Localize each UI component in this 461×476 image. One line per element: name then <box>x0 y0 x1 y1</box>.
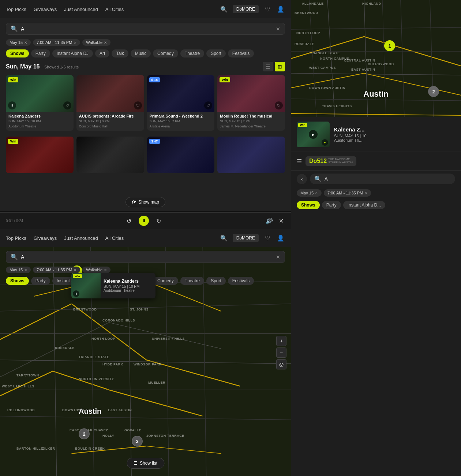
audio-bar: 0:01 / 0:24 ↺ ⏸ ↻ 🔊 ✕ <box>0 212 291 229</box>
right-top-map[interactable]: ALLANDALE HIGHLAND BRENTWOOD NORTH LOOP … <box>291 0 461 117</box>
pill2-shows[interactable]: Shows <box>6 277 29 285</box>
close-audio-button[interactable]: ✕ <box>277 216 285 226</box>
search2-icon[interactable]: 🔍 <box>220 234 228 242</box>
filter-tag-date[interactable]: May 15 ✕ <box>6 39 31 46</box>
do512-tag-time[interactable]: 7:00 AM - 11:35 PM ✕ <box>324 189 371 197</box>
right-marker-2[interactable]: 2 <box>428 86 439 97</box>
heart-icon-moulin[interactable]: ♡ <box>275 101 283 109</box>
right-play-overlay[interactable]: ▶ <box>297 122 330 147</box>
filter-tag-date-remove[interactable]: ✕ <box>24 41 27 45</box>
zoom-in-button[interactable]: + <box>276 336 286 346</box>
right-panel: ALLANDALE HIGHLAND BRENTWOOD NORTH LOOP … <box>291 0 461 476</box>
show-list-button[interactable]: ☰ Show list <box>127 458 164 469</box>
zoom-out-button[interactable]: − <box>276 347 286 358</box>
nav-giveaways[interactable]: Giveaways <box>34 7 57 12</box>
pill2-sport[interactable]: Sport <box>206 277 226 285</box>
search-icon[interactable]: 🔍 <box>220 5 228 14</box>
do512-date-remove[interactable]: ✕ <box>315 191 318 195</box>
search-clear-button[interactable]: ✕ <box>276 26 280 32</box>
heart-icon-arcade[interactable]: ♡ <box>134 101 142 109</box>
pill-art[interactable]: Art <box>95 49 109 57</box>
pill2-party[interactable]: Party <box>31 277 50 285</box>
event-card-primara[interactable]: $ 18 ♡ Primara Sound - Weekend 2 SUN, MA… <box>147 75 215 131</box>
heart-icon-kaleena[interactable]: ♡ <box>63 101 71 109</box>
pill2-theatre[interactable]: Theatre <box>180 277 204 285</box>
filter-tag-time-remove[interactable]: ✕ <box>74 41 76 45</box>
nav2-giveaways[interactable]: Giveaways <box>34 235 57 241</box>
pause-icon-kaleena[interactable]: ⏸ <box>8 101 16 109</box>
pill-talk[interactable]: Talk <box>112 49 128 57</box>
filter-tag-time[interactable]: 7:00 AM - 11:35 PM ✕ <box>33 39 80 46</box>
map-icon: 🗺 <box>132 200 136 205</box>
pill2-comedy[interactable]: Comedy <box>153 277 178 285</box>
domore-button[interactable]: DoMORE <box>233 5 259 13</box>
pill-instant-alpha-dj[interactable]: Instant Alpha DJ <box>52 49 93 57</box>
right-marker-1[interactable]: 1 <box>384 40 395 51</box>
event-card-arcade[interactable]: ♡ AUDIS presents: Arcade Fire SUN, MAY 1… <box>76 75 144 131</box>
fast-forward-button[interactable]: ↻ <box>155 216 162 226</box>
heart-icon[interactable]: ♡ <box>263 5 272 14</box>
show-map-button[interactable]: 🗺 Show map <box>125 197 165 207</box>
do512-tag-date[interactable]: May 15 ✕ <box>297 189 322 197</box>
map-marker-3[interactable]: 3 <box>132 436 143 447</box>
pill-theatre[interactable]: Theatre <box>180 49 204 57</box>
event-card-r5[interactable] <box>217 137 285 173</box>
list-view-button[interactable]: ☰ <box>263 62 273 71</box>
pill-shows[interactable]: Shows <box>6 49 29 57</box>
event-card-r3[interactable] <box>76 137 144 173</box>
event-date-moulin: SUN, MAY 15 | 7 PM <box>220 119 282 124</box>
heart-icon-primara[interactable]: ♡ <box>204 101 212 109</box>
filter2-walkable-remove[interactable]: ✕ <box>104 268 107 272</box>
filter-tag-walkable[interactable]: Walkable ✕ <box>82 39 110 46</box>
event-info-primara: Primara Sound - Weekend 2 SUN, MAY 15 | … <box>147 112 215 131</box>
avatar-icon[interactable]: 👤 <box>276 5 285 14</box>
volume-button[interactable]: 🔊 <box>264 216 274 226</box>
nav2-top-picks[interactable]: Top Picks <box>6 235 26 241</box>
nav-top-picks[interactable]: Top Picks <box>6 7 26 12</box>
pill-party[interactable]: Party <box>31 49 50 57</box>
filter-tag-walkable-remove[interactable]: ✕ <box>104 41 107 45</box>
nav2-all-cities[interactable]: All Cities <box>105 235 124 241</box>
filter2-time-remove[interactable]: ✕ <box>74 268 76 272</box>
event-card-r2[interactable]: Win <box>6 137 74 173</box>
right-play-icon[interactable]: ▶ <box>309 130 318 139</box>
filter2-tag-date[interactable]: May 15 ✕ <box>6 267 31 273</box>
map-marker-2[interactable]: 2 <box>79 428 90 439</box>
do512-time-remove[interactable]: ✕ <box>364 191 367 195</box>
category-pills: Shows Party Instant Alpha DJ Art Talk Mu… <box>0 47 291 60</box>
map-popup[interactable]: Win ⏸ Kaleena Zanders SUN, MAY 15 | 10 P… <box>71 273 155 298</box>
pill-sport[interactable]: Sport <box>206 49 226 57</box>
domore2-button[interactable]: DoMORE <box>233 234 259 242</box>
filter2-tag-walkable[interactable]: Walkable ✕ <box>82 267 110 273</box>
avatar2-icon[interactable]: 👤 <box>276 234 285 242</box>
do512-search-input[interactable] <box>325 176 451 182</box>
do512-pill-party[interactable]: Party <box>322 201 341 209</box>
event-card-kaleena[interactable]: Win ⏸ ♡ Kaleena Zanders SUN, MAY 15 | 10… <box>6 75 74 131</box>
do512-pill-shows[interactable]: Shows <box>297 201 320 209</box>
nav-all-cities[interactable]: All Cities <box>105 7 124 12</box>
search2-input[interactable] <box>21 254 273 260</box>
grid-view-button[interactable]: ⊞ <box>275 62 285 71</box>
nav2-just-announced[interactable]: Just Announced <box>64 235 98 241</box>
location-button[interactable]: ◎ <box>276 359 286 369</box>
do512-menu-icon[interactable]: ☰ <box>297 158 302 165</box>
filter2-date-remove[interactable]: ✕ <box>24 268 27 272</box>
map-popup-pause[interactable]: ⏸ <box>73 290 79 297</box>
filter2-walkable-label: Walkable <box>86 268 102 272</box>
search2-clear-button[interactable]: ✕ <box>276 254 280 260</box>
rewind-button[interactable]: ↺ <box>125 216 133 226</box>
do512-pill-instant[interactable]: Instant Alpha D... <box>343 201 385 209</box>
event-card-moulin[interactable]: Win ♡ Moulin Rouge! The musical SUN, MAY… <box>217 75 285 131</box>
search-input[interactable] <box>21 26 273 32</box>
heart2-icon[interactable]: ♡ <box>263 234 272 242</box>
pill2-festivals[interactable]: Festivals <box>228 277 254 285</box>
nav-just-announced[interactable]: Just Announced <box>64 7 98 12</box>
filter2-tag-time[interactable]: 7:00 AM - 11:35 PM ✕ <box>33 267 80 273</box>
pill-festivals[interactable]: Festivals <box>228 49 254 57</box>
play-pause-button[interactable]: ⏸ <box>139 216 149 226</box>
do512-back-button[interactable]: ‹ <box>297 174 307 184</box>
pill-comedy[interactable]: Comedy <box>153 49 178 57</box>
event-card-r4[interactable]: $ 47 <box>147 137 215 173</box>
do512-time-label: 7:00 AM - 11:35 PM <box>327 191 363 195</box>
pill-music[interactable]: Music <box>131 49 151 57</box>
